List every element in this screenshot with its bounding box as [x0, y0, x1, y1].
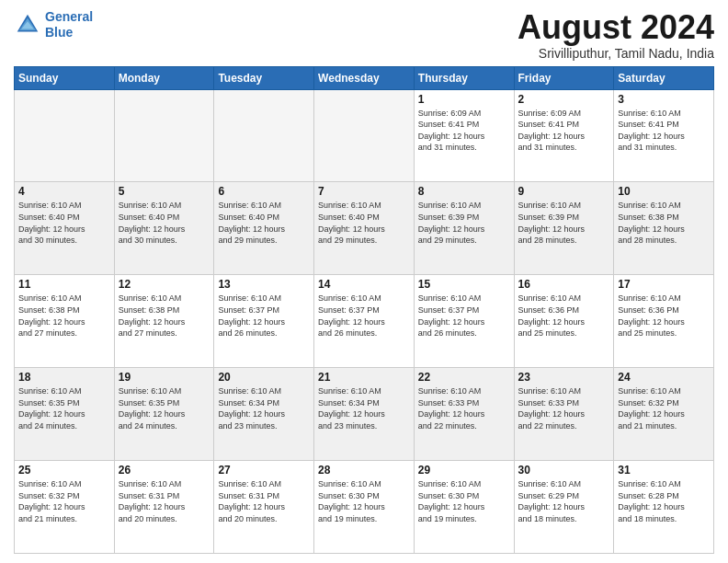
day-info: Sunrise: 6:10 AM Sunset: 6:38 PM Dayligh… [618, 200, 710, 246]
day-number: 1 [418, 93, 510, 106]
day-info: Sunrise: 6:10 AM Sunset: 6:36 PM Dayligh… [618, 293, 710, 339]
calendar-cell: 21Sunrise: 6:10 AM Sunset: 6:34 PM Dayli… [314, 368, 415, 461]
calendar-header-friday: Friday [514, 66, 614, 89]
day-number: 25 [18, 464, 110, 477]
calendar-cell: 31Sunrise: 6:10 AM Sunset: 6:28 PM Dayli… [614, 461, 714, 554]
day-number: 22 [418, 371, 510, 384]
calendar-cell: 18Sunrise: 6:10 AM Sunset: 6:35 PM Dayli… [15, 368, 115, 461]
day-number: 17 [618, 278, 710, 291]
day-info: Sunrise: 6:10 AM Sunset: 6:28 PM Dayligh… [618, 478, 710, 524]
logo: General Blue [14, 9, 93, 40]
day-info: Sunrise: 6:10 AM Sunset: 6:41 PM Dayligh… [618, 108, 710, 154]
day-number: 2 [518, 93, 610, 106]
location: Srivilliputhur, Tamil Nadu, India [518, 46, 714, 61]
calendar-header-sunday: Sunday [15, 66, 115, 89]
day-number: 23 [518, 371, 610, 384]
calendar: SundayMondayTuesdayWednesdayThursdayFrid… [14, 66, 714, 554]
day-info: Sunrise: 6:10 AM Sunset: 6:31 PM Dayligh… [218, 478, 310, 524]
day-info: Sunrise: 6:10 AM Sunset: 6:32 PM Dayligh… [618, 385, 710, 431]
calendar-week-2: 11Sunrise: 6:10 AM Sunset: 6:38 PM Dayli… [15, 275, 714, 368]
title-block: August 2024 Srivilliputhur, Tamil Nadu, … [518, 9, 714, 61]
calendar-cell: 12Sunrise: 6:10 AM Sunset: 6:38 PM Dayli… [114, 275, 214, 368]
day-info: Sunrise: 6:10 AM Sunset: 6:37 PM Dayligh… [318, 293, 410, 339]
day-number: 9 [518, 185, 610, 198]
day-info: Sunrise: 6:09 AM Sunset: 6:41 PM Dayligh… [518, 108, 610, 154]
calendar-cell: 27Sunrise: 6:10 AM Sunset: 6:31 PM Dayli… [214, 461, 314, 554]
calendar-cell: 24Sunrise: 6:10 AM Sunset: 6:32 PM Dayli… [614, 368, 714, 461]
day-info: Sunrise: 6:10 AM Sunset: 6:36 PM Dayligh… [518, 293, 610, 339]
calendar-cell: 7Sunrise: 6:10 AM Sunset: 6:40 PM Daylig… [314, 182, 415, 275]
logo-text: General Blue [45, 9, 93, 40]
day-info: Sunrise: 6:10 AM Sunset: 6:31 PM Dayligh… [119, 478, 210, 524]
day-number: 16 [518, 278, 610, 291]
calendar-cell: 6Sunrise: 6:10 AM Sunset: 6:40 PM Daylig… [214, 182, 314, 275]
day-info: Sunrise: 6:10 AM Sunset: 6:38 PM Dayligh… [18, 293, 110, 339]
calendar-cell: 13Sunrise: 6:10 AM Sunset: 6:37 PM Dayli… [214, 275, 314, 368]
calendar-header-wednesday: Wednesday [314, 66, 415, 89]
header: General Blue August 2024 Srivilliputhur,… [14, 9, 714, 61]
calendar-cell: 19Sunrise: 6:10 AM Sunset: 6:35 PM Dayli… [114, 368, 214, 461]
day-info: Sunrise: 6:10 AM Sunset: 6:38 PM Dayligh… [119, 293, 210, 339]
day-number: 11 [18, 278, 110, 291]
day-info: Sunrise: 6:10 AM Sunset: 6:40 PM Dayligh… [119, 200, 210, 246]
calendar-cell: 8Sunrise: 6:10 AM Sunset: 6:39 PM Daylig… [414, 182, 514, 275]
day-number: 7 [318, 185, 410, 198]
calendar-cell: 30Sunrise: 6:10 AM Sunset: 6:29 PM Dayli… [514, 461, 614, 554]
calendar-cell: 10Sunrise: 6:10 AM Sunset: 6:38 PM Dayli… [614, 182, 714, 275]
calendar-cell: 2Sunrise: 6:09 AM Sunset: 6:41 PM Daylig… [514, 89, 614, 182]
logo-general: General [45, 9, 93, 24]
day-info: Sunrise: 6:10 AM Sunset: 6:35 PM Dayligh… [18, 385, 110, 431]
calendar-cell: 20Sunrise: 6:10 AM Sunset: 6:34 PM Dayli… [214, 368, 314, 461]
page: General Blue August 2024 Srivilliputhur,… [0, 0, 728, 563]
calendar-cell: 28Sunrise: 6:10 AM Sunset: 6:30 PM Dayli… [314, 461, 415, 554]
calendar-cell: 16Sunrise: 6:10 AM Sunset: 6:36 PM Dayli… [514, 275, 614, 368]
calendar-cell: 23Sunrise: 6:10 AM Sunset: 6:33 PM Dayli… [514, 368, 614, 461]
day-number: 24 [618, 371, 710, 384]
day-number: 19 [119, 371, 210, 384]
calendar-cell [214, 89, 314, 182]
day-number: 27 [218, 464, 310, 477]
logo-blue: Blue [45, 25, 73, 40]
calendar-cell: 17Sunrise: 6:10 AM Sunset: 6:36 PM Dayli… [614, 275, 714, 368]
day-info: Sunrise: 6:10 AM Sunset: 6:39 PM Dayligh… [518, 200, 610, 246]
day-info: Sunrise: 6:10 AM Sunset: 6:30 PM Dayligh… [318, 478, 410, 524]
day-info: Sunrise: 6:10 AM Sunset: 6:33 PM Dayligh… [418, 385, 510, 431]
calendar-cell: 22Sunrise: 6:10 AM Sunset: 6:33 PM Dayli… [414, 368, 514, 461]
calendar-cell: 3Sunrise: 6:10 AM Sunset: 6:41 PM Daylig… [614, 89, 714, 182]
day-number: 5 [119, 185, 210, 198]
day-info: Sunrise: 6:10 AM Sunset: 6:30 PM Dayligh… [418, 478, 510, 524]
day-number: 21 [318, 371, 410, 384]
day-number: 12 [119, 278, 210, 291]
day-number: 3 [618, 93, 710, 106]
day-info: Sunrise: 6:10 AM Sunset: 6:35 PM Dayligh… [119, 385, 210, 431]
day-number: 18 [18, 371, 110, 384]
calendar-header-tuesday: Tuesday [214, 66, 314, 89]
day-info: Sunrise: 6:10 AM Sunset: 6:37 PM Dayligh… [218, 293, 310, 339]
day-number: 29 [418, 464, 510, 477]
day-number: 6 [218, 185, 310, 198]
day-info: Sunrise: 6:10 AM Sunset: 6:33 PM Dayligh… [518, 385, 610, 431]
day-number: 26 [119, 464, 210, 477]
calendar-cell: 5Sunrise: 6:10 AM Sunset: 6:40 PM Daylig… [114, 182, 214, 275]
day-number: 13 [218, 278, 310, 291]
calendar-header-thursday: Thursday [414, 66, 514, 89]
day-number: 8 [418, 185, 510, 198]
calendar-cell: 25Sunrise: 6:10 AM Sunset: 6:32 PM Dayli… [15, 461, 115, 554]
calendar-cell: 1Sunrise: 6:09 AM Sunset: 6:41 PM Daylig… [414, 89, 514, 182]
day-info: Sunrise: 6:09 AM Sunset: 6:41 PM Dayligh… [418, 108, 510, 154]
calendar-week-3: 18Sunrise: 6:10 AM Sunset: 6:35 PM Dayli… [15, 368, 714, 461]
day-number: 10 [618, 185, 710, 198]
day-number: 20 [218, 371, 310, 384]
calendar-cell: 4Sunrise: 6:10 AM Sunset: 6:40 PM Daylig… [15, 182, 115, 275]
calendar-cell [114, 89, 214, 182]
calendar-cell: 11Sunrise: 6:10 AM Sunset: 6:38 PM Dayli… [15, 275, 115, 368]
month-title: August 2024 [518, 9, 714, 46]
calendar-cell: 14Sunrise: 6:10 AM Sunset: 6:37 PM Dayli… [314, 275, 415, 368]
day-number: 28 [318, 464, 410, 477]
calendar-cell: 29Sunrise: 6:10 AM Sunset: 6:30 PM Dayli… [414, 461, 514, 554]
calendar-cell: 15Sunrise: 6:10 AM Sunset: 6:37 PM Dayli… [414, 275, 514, 368]
calendar-cell: 9Sunrise: 6:10 AM Sunset: 6:39 PM Daylig… [514, 182, 614, 275]
calendar-cell [314, 89, 415, 182]
day-info: Sunrise: 6:10 AM Sunset: 6:34 PM Dayligh… [318, 385, 410, 431]
day-number: 14 [318, 278, 410, 291]
